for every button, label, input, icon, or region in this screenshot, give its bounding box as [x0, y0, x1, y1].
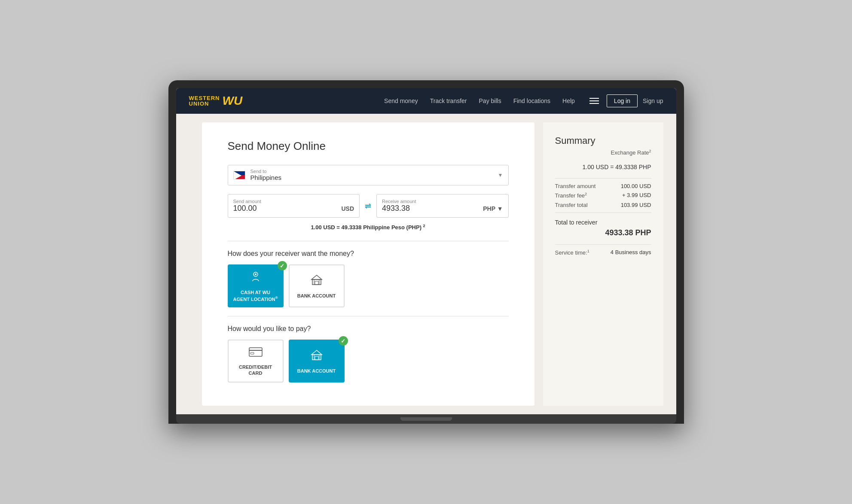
svg-marker-3	[311, 275, 322, 279]
send-amount-label: Send amount	[233, 199, 354, 204]
nav-track-transfer[interactable]: Track transfer	[430, 97, 467, 104]
logo: WESTERN UNION WU	[189, 94, 243, 108]
exchange-rate-display: Exchange Rate2	[555, 149, 651, 156]
total-receiver-label: Total to receiver	[555, 219, 651, 226]
send-to-label: Send to	[250, 169, 282, 174]
receive-amount-value: 4933.38	[382, 204, 410, 213]
laptop-base	[176, 414, 676, 424]
transfer-amount-label: Transfer amount	[555, 183, 596, 189]
receive-amount-label: Receive amount	[382, 199, 503, 204]
receive-currency: PHP ▼	[483, 205, 503, 212]
signup-button[interactable]: Sign up	[643, 97, 663, 104]
philippines-flag	[233, 171, 245, 179]
laptop-frame: WESTERN UNION WU Send money Track transf…	[168, 80, 684, 424]
nav-send-money[interactable]: Send money	[384, 97, 418, 104]
payment-selected-checkmark: ✓	[339, 336, 348, 346]
transfer-amount-row: Transfer amount 100.00 USD	[555, 183, 651, 189]
hamburger-line2	[589, 100, 599, 101]
send-amount-field[interactable]: Send amount 100.00 USD	[228, 194, 360, 218]
send-to-value: Philippines	[250, 174, 282, 181]
payment-section-title: How would you like to pay?	[228, 325, 509, 333]
svg-rect-10	[312, 355, 321, 360]
nav-links: Send money Track transfer Pay bills Find…	[384, 97, 575, 105]
transfer-fee-label: Transfer fee2	[555, 192, 587, 199]
hamburger-line3	[589, 103, 599, 104]
selected-checkmark: ✓	[278, 261, 287, 270]
hamburger-line1	[589, 98, 599, 99]
transfer-amount-value: 100.00 USD	[621, 183, 651, 189]
summary-divider-1	[555, 178, 651, 179]
bank-account-icon	[310, 273, 323, 289]
receive-amount-field[interactable]: Receive amount 4933.38 PHP ▼	[376, 194, 509, 218]
svg-rect-4	[315, 281, 318, 285]
payment-bank-icon	[310, 349, 323, 364]
transfer-total-label: Transfer total	[555, 202, 588, 208]
divider-2	[228, 316, 509, 316]
nav-help[interactable]: Help	[562, 97, 575, 104]
service-time-label: Service time:1	[555, 249, 589, 256]
laptop-screen: WESTERN UNION WU Send money Track transf…	[176, 88, 676, 414]
svg-rect-9	[250, 352, 254, 354]
amount-row: Send amount 100.00 USD ⇌ Receive amount …	[228, 194, 509, 218]
transfer-total-value: 103.99 USD	[621, 202, 651, 208]
transfer-fee-row: Transfer fee2 + 3.99 USD	[555, 192, 651, 199]
logo-wu: WU	[223, 94, 243, 108]
nav-find-locations[interactable]: Find locations	[513, 97, 550, 104]
navigation: WESTERN UNION WU Send money Track transf…	[176, 88, 676, 114]
summary-divider-3	[555, 244, 651, 245]
swap-icon[interactable]: ⇌	[365, 201, 371, 211]
receiver-option-bank[interactable]: BANK ACCOUNT	[289, 264, 345, 307]
svg-rect-12	[315, 356, 318, 360]
svg-point-1	[255, 273, 257, 275]
divider-1	[228, 241, 509, 241]
credit-card-icon	[248, 346, 263, 361]
bank-account-label: BANK ACCOUNT	[297, 293, 336, 299]
logo-union: UNION	[189, 101, 220, 106]
transfer-total-row: Transfer total 103.99 USD	[555, 202, 651, 208]
main-content: Send Money Online Send to Philippines ▼	[176, 114, 676, 414]
chevron-down-icon: ▼	[498, 172, 503, 178]
svg-rect-2	[312, 279, 321, 285]
credit-card-label: CREDIT/DEBIT CARD	[233, 364, 278, 376]
nav-actions: Log in Sign up	[587, 94, 663, 107]
total-receiver-value: 4933.38 PHP	[555, 228, 651, 237]
payment-bank-label: BANK ACCOUNT	[297, 368, 336, 374]
send-to-dropdown[interactable]: Send to Philippines ▼	[228, 165, 509, 185]
cash-agent-label: CASH AT WU AGENT LOCATION®	[233, 289, 278, 302]
nav-pay-bills[interactable]: Pay bills	[479, 97, 501, 104]
hamburger-menu[interactable]	[587, 95, 602, 106]
agent-location-icon	[249, 270, 262, 286]
page-title: Send Money Online	[228, 140, 509, 153]
transfer-fee-value: + 3.99 USD	[622, 192, 651, 199]
service-time-row: Service time:1 4 Business days	[555, 249, 651, 256]
payment-option-bank[interactable]: ✓ BANK ACCOUNT	[289, 340, 345, 383]
form-area: Send Money Online Send to Philippines ▼	[202, 122, 534, 406]
svg-marker-11	[311, 350, 322, 355]
summary-title: Summary	[555, 135, 651, 146]
receiver-section-title: How does your receiver want the money?	[228, 250, 509, 258]
svg-rect-7	[249, 348, 262, 356]
summary-panel: Summary Exchange Rate2 1.00 USD = 49.333…	[543, 122, 663, 406]
send-currency: USD	[341, 205, 354, 212]
exchange-rate-text: 1.00 USD = 49.3338 Philippine Peso (PHP)…	[228, 224, 509, 231]
send-to-text: Send to Philippines	[250, 169, 282, 182]
receiver-options: ✓ CASH AT WU AGENT LOCATION®	[228, 264, 509, 307]
send-amount-value: 100.00	[233, 204, 257, 213]
payment-option-card[interactable]: CREDIT/DEBIT CARD	[228, 340, 284, 383]
receiver-option-cash[interactable]: ✓ CASH AT WU AGENT LOCATION®	[228, 264, 284, 307]
login-button[interactable]: Log in	[607, 94, 638, 107]
service-time-value: 4 Business days	[611, 249, 651, 256]
summary-divider-2	[555, 213, 651, 213]
payment-options: CREDIT/DEBIT CARD ✓	[228, 340, 509, 383]
laptop-notch	[400, 417, 452, 421]
exchange-rate-value: 1.00 USD = 49.3338 PHP	[555, 164, 651, 170]
